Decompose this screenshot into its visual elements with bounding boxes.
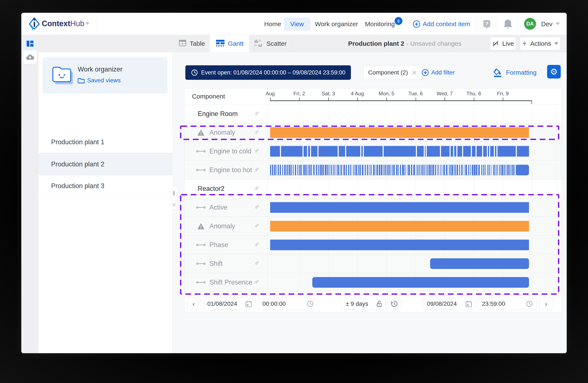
gantt-bar-segment[interactable] — [402, 165, 403, 175]
gantt-bar-segment[interactable] — [310, 165, 312, 175]
gantt-bar-segment[interactable] — [484, 165, 485, 175]
gantt-row-anomaly[interactable]: Anomaly — [185, 123, 562, 142]
end-date-input[interactable]: 09/08/2024 — [423, 298, 476, 310]
gantt-bar-segment[interactable] — [438, 165, 439, 175]
gantt-bar-segment[interactable] — [297, 165, 298, 175]
gantt-bar-segment[interactable] — [276, 165, 277, 175]
gantt-bar-segment[interactable] — [314, 165, 315, 175]
user-chevron-down-icon[interactable] — [556, 22, 560, 25]
gantt-bar-segment[interactable] — [440, 165, 441, 175]
gantt-bar[interactable] — [270, 221, 529, 231]
tab-table[interactable]: Table — [174, 35, 210, 52]
gantt-bar-segment[interactable] — [333, 165, 334, 175]
row-label-cell[interactable]: Shift Presence — [185, 273, 268, 292]
gantt-bar-segment[interactable] — [282, 165, 283, 175]
gantt-bar-segment[interactable] — [491, 165, 492, 175]
splitter-close-icon[interactable]: ✕ — [171, 200, 177, 209]
gantt-bar[interactable] — [312, 277, 529, 288]
gantt-bar-segment[interactable] — [462, 165, 463, 175]
gantt-bar-segment[interactable] — [318, 165, 319, 175]
gantt-bar-segment[interactable] — [384, 165, 386, 175]
gantt-bar-segment[interactable] — [396, 165, 397, 175]
gantt-bar-segment[interactable] — [461, 165, 462, 175]
add-context-item-button[interactable]: + Add context item — [413, 20, 470, 28]
gantt-bar[interactable] — [270, 240, 529, 250]
gantt-bar[interactable] — [430, 258, 529, 269]
gantt-bar-segment[interactable] — [383, 165, 384, 175]
gantt-bar-segment[interactable] — [494, 165, 496, 175]
gantt-row-engine-too-hot[interactable]: Engine too hot — [185, 161, 562, 179]
gantt-bar-segment[interactable] — [421, 165, 421, 175]
gantt-bar-segment[interactable] — [360, 165, 361, 175]
gantt-bar-segment[interactable] — [423, 165, 424, 175]
nav-home[interactable]: Home — [264, 13, 281, 35]
gantt-bar-segment[interactable] — [286, 165, 287, 175]
remove-filter-icon[interactable]: ✕ — [412, 69, 417, 77]
gantt-bar-segment[interactable] — [336, 165, 337, 175]
gantt-bar-segment[interactable] — [511, 165, 512, 175]
gantt-bar-segment[interactable] — [417, 165, 419, 175]
sidebar-splitter[interactable]: ‖ ✕ — [170, 186, 178, 210]
gantt-bar-segment[interactable] — [451, 165, 451, 175]
gantt-bar-segment[interactable] — [340, 165, 340, 175]
gantt-bar-segment[interactable] — [327, 165, 328, 175]
gantt-bar-segment[interactable] — [299, 165, 300, 175]
pin-icon[interactable] — [253, 148, 260, 155]
gantt-bar-segment[interactable] — [481, 165, 482, 175]
gantt-bar-segment[interactable] — [405, 165, 406, 175]
gantt-bar-segment[interactable] — [358, 165, 359, 175]
gantt-bar-segment[interactable] — [287, 165, 288, 175]
gantt-bar-segment[interactable] — [493, 165, 494, 175]
gantt-bar-segment[interactable] — [338, 165, 339, 175]
row-label-cell[interactable]: Engine to cold — [185, 142, 268, 161]
pin-icon[interactable] — [253, 167, 260, 174]
chart-settings-gear-icon[interactable]: ⚙ — [547, 65, 561, 78]
gantt-bar-segment[interactable] — [379, 165, 380, 175]
gantt-bar-segment[interactable] — [309, 165, 310, 175]
gantt-bar-segment[interactable] — [437, 165, 438, 175]
formatting-button[interactable]: Formatting — [493, 65, 536, 80]
gantt-bar-segment[interactable] — [289, 165, 290, 175]
nav-work-organizer[interactable]: Work organizer — [315, 13, 358, 35]
end-time-input[interactable]: 23:59:00 — [478, 298, 537, 310]
help-icon[interactable]: ? — [482, 19, 491, 30]
gantt-bar-segment[interactable] — [352, 165, 352, 175]
gantt-bar-segment[interactable] — [429, 165, 431, 175]
gantt-bar-segment[interactable] — [293, 165, 294, 175]
gantt-bar-segment[interactable] — [300, 165, 302, 175]
pin-icon[interactable] — [253, 279, 260, 286]
gantt-bar-segment[interactable] — [306, 165, 307, 175]
user-avatar[interactable]: DA — [524, 18, 536, 30]
gantt-bar-segment[interactable] — [373, 165, 374, 175]
gantt-bar-segment[interactable] — [343, 165, 345, 175]
gantt-bar-segment[interactable] — [465, 165, 467, 175]
cloud-upload-icon[interactable] — [23, 50, 37, 64]
gantt-bar-segment[interactable] — [408, 165, 410, 175]
gantt-bar-segment[interactable] — [375, 165, 375, 175]
pin-icon[interactable] — [253, 242, 260, 249]
gantt-bar-segment[interactable] — [319, 165, 321, 175]
row-label-cell[interactable]: Shift — [185, 254, 268, 273]
reset-time-history-icon[interactable] — [388, 298, 401, 310]
add-filter-button[interactable]: + Add filter — [422, 65, 455, 80]
lock-open-icon[interactable] — [373, 300, 385, 307]
gantt-bar-segment[interactable] — [470, 165, 471, 175]
gantt-bar-segment[interactable] — [496, 165, 497, 175]
gantt-bar[interactable] — [270, 127, 529, 138]
view-item-1[interactable]: Production plant 1 — [38, 131, 172, 153]
work-organizer-card[interactable]: Work organizer Saved views — [42, 57, 168, 94]
gantt-bar-segment[interactable] — [512, 165, 514, 175]
gantt-bar-segment[interactable] — [393, 165, 395, 175]
gantt-bar-segment[interactable] — [435, 165, 436, 175]
gantt-bar-segment[interactable] — [348, 165, 349, 175]
gantt-bar-segment[interactable] — [362, 165, 363, 175]
gantt-row-anomaly[interactable]: Anomaly — [185, 217, 562, 235]
gantt-bar-segment[interactable] — [280, 165, 281, 175]
gantt-bar-segment[interactable] — [426, 165, 426, 175]
gantt-bar-segment[interactable] — [304, 165, 306, 175]
gantt-bar-segment[interactable] — [291, 165, 292, 175]
gantt-bar-segment[interactable] — [316, 165, 317, 175]
gantt-row-phase[interactable]: Phase — [185, 235, 562, 254]
gantt-bar-segment[interactable] — [270, 165, 271, 175]
gantt-bar-segment[interactable] — [499, 165, 501, 175]
